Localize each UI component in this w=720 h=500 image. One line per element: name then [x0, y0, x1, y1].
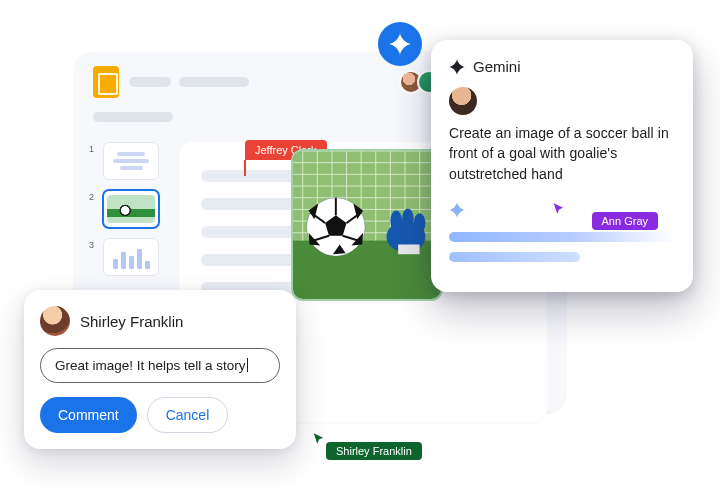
comment-input[interactable]: Great image! It helps tell a story: [40, 348, 280, 383]
gemini-panel: Gemini Create an image of a soccer ball …: [431, 40, 693, 292]
commenter-name: Shirley Franklin: [80, 313, 183, 330]
generated-image[interactable]: [291, 149, 443, 301]
response-placeholder: [449, 232, 675, 242]
gemini-badge-icon: [378, 22, 422, 66]
thumb-chart-icon: [113, 245, 150, 269]
svg-rect-8: [398, 244, 419, 254]
slide-number: 2: [89, 190, 97, 202]
doc-title-placeholder: [129, 77, 171, 87]
collaborator-cursor: [312, 432, 326, 450]
slide-number: 3: [89, 238, 97, 250]
svg-point-7: [390, 210, 402, 231]
collaborator-caret: [244, 160, 246, 176]
thumb-image-icon: [107, 195, 155, 223]
text-caret-icon: [247, 358, 248, 372]
svg-point-6: [402, 208, 414, 229]
gemini-prompt-text: Create an image of a soccer ball in fron…: [449, 123, 675, 184]
slide-thumb[interactable]: 3: [89, 238, 163, 276]
response-placeholder: [449, 252, 580, 262]
menu-placeholder: [179, 77, 249, 87]
comment-submit-button[interactable]: Comment: [40, 397, 137, 433]
slide-thumb[interactable]: 2: [89, 190, 163, 228]
comment-cancel-button[interactable]: Cancel: [147, 397, 229, 433]
comment-composer: Shirley Franklin Great image! It helps t…: [24, 290, 296, 449]
slide-number: 1: [89, 142, 97, 154]
slide-thumbnails: 1 2 3: [89, 142, 163, 276]
commenter-avatar: [40, 306, 70, 336]
toolbar-placeholder: [93, 112, 173, 122]
collaborator-tag-shirley: Shirley Franklin: [326, 442, 422, 460]
collaborator-cursor: [552, 202, 566, 220]
slides-brand-icon: [93, 66, 119, 98]
sparkle-icon: [449, 59, 465, 75]
soccer-image-icon: [293, 151, 441, 299]
slide-thumb[interactable]: 1: [89, 142, 163, 180]
comment-input-text: Great image! It helps tell a story: [55, 358, 246, 373]
prompt-author-avatar: [449, 87, 477, 115]
sparkle-icon: [449, 202, 465, 218]
svg-point-5: [414, 213, 426, 232]
collaborator-tag-ann: Ann Gray: [592, 212, 658, 230]
gemini-title: Gemini: [473, 58, 521, 75]
